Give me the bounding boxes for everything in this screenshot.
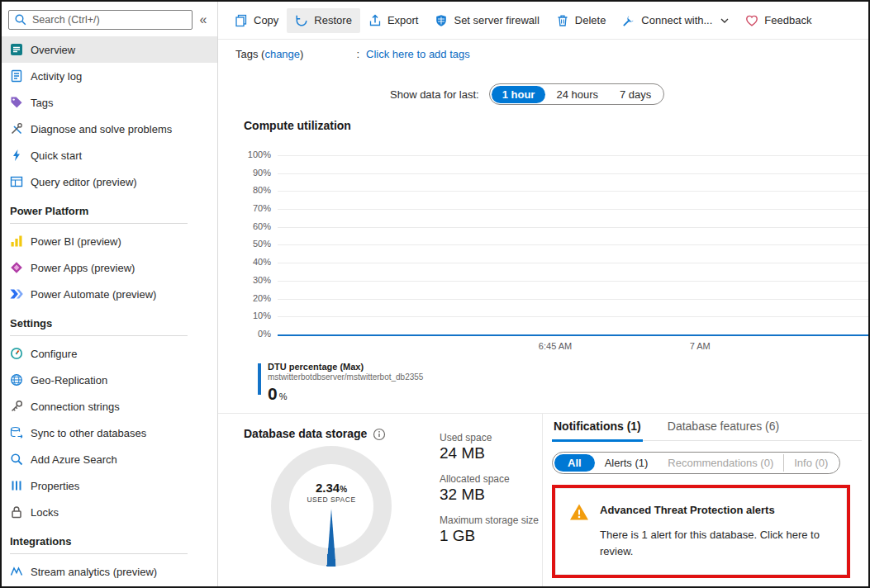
gridline xyxy=(278,244,868,245)
tab-database-features[interactable]: Database features (6) xyxy=(666,417,781,440)
copy-button[interactable]: Copy xyxy=(226,8,287,33)
compute-utilization-chart: 100% 90% 80% 70% 60% 50% 40% 30% 20% 10%… xyxy=(241,155,868,362)
sidebar-item-power-automate[interactable]: Power Automate (preview) xyxy=(2,281,217,307)
sidebar-section-settings: Settings xyxy=(10,317,209,330)
gridline xyxy=(278,155,868,156)
filter-recommendations[interactable]: Recommendations (0) xyxy=(658,454,783,472)
y-tick: 30% xyxy=(241,275,271,285)
time-range-7-days[interactable]: 7 days xyxy=(609,86,662,103)
sidebar-item-stream-analytics[interactable]: Stream analytics (preview) xyxy=(2,558,217,585)
metric-value: 24 MB xyxy=(440,444,539,462)
legend-value: 0 xyxy=(268,384,278,403)
sidebar-item-label: Properties xyxy=(31,480,79,492)
filter-alerts[interactable]: Alerts (1) xyxy=(595,454,658,472)
sidebar-item-label: Sync to other databases xyxy=(31,427,146,439)
restore-label: Restore xyxy=(314,14,352,26)
feedback-button[interactable]: Feedback xyxy=(737,8,820,33)
sidebar-section-integrations: Integrations xyxy=(10,535,209,548)
copy-label: Copy xyxy=(254,14,278,26)
y-tick: 60% xyxy=(241,221,271,231)
time-range-24-hours[interactable]: 24 hours xyxy=(545,86,609,103)
notification-filter-pills: All Alerts (1) Recommendations (0) Info … xyxy=(552,452,840,474)
metric-used-space: Used space 24 MB xyxy=(440,432,539,462)
activity-log-icon xyxy=(10,69,23,83)
sidebar-item-diagnose[interactable]: Diagnose and solve problems xyxy=(2,116,217,142)
sidebar-item-configure[interactable]: Configure xyxy=(2,340,217,367)
y-tick: 90% xyxy=(241,168,271,178)
gridline xyxy=(278,209,868,210)
sidebar-item-properties[interactable]: Properties xyxy=(2,472,217,499)
configure-icon xyxy=(10,347,23,360)
sidebar-item-quick-start[interactable]: Quick start xyxy=(2,142,217,168)
filter-all[interactable]: All xyxy=(554,454,595,472)
add-tags-link[interactable]: Click here to add tags xyxy=(366,48,470,60)
sidebar-item-activity-log[interactable]: Activity log xyxy=(2,63,217,89)
y-tick: 40% xyxy=(241,257,271,267)
y-tick: 70% xyxy=(241,203,271,213)
connect-with-button[interactable]: Connect with... xyxy=(614,8,737,33)
gridline xyxy=(278,227,868,228)
sidebar-item-sync-databases[interactable]: Sync to other databases xyxy=(2,420,217,446)
sidebar: « Overview Activity log Tags Diagnose an… xyxy=(2,2,218,586)
sidebar-item-connection-strings[interactable]: Connection strings xyxy=(2,393,217,420)
sidebar-item-label: Quick start xyxy=(31,149,82,162)
set-server-firewall-button[interactable]: Set server firewall xyxy=(426,8,547,33)
tags-label: Tags ( xyxy=(235,48,264,60)
x-axis: 6:45 AM 7 AM xyxy=(278,341,868,353)
filter-info[interactable]: Info (0) xyxy=(783,454,838,472)
sidebar-item-geo-replication[interactable]: Geo-Replication xyxy=(2,367,217,393)
search-icon xyxy=(14,13,27,26)
lock-icon xyxy=(10,505,23,519)
sidebar-section-power-platform: Power Platform xyxy=(10,205,209,217)
time-range-label: Show data for last: xyxy=(390,88,479,101)
export-button[interactable]: Export xyxy=(360,8,427,33)
heart-icon xyxy=(745,14,758,27)
sidebar-item-label: Geo-Replication xyxy=(31,374,107,386)
delete-label: Delete xyxy=(575,14,606,26)
stream-analytics-icon xyxy=(10,565,23,578)
plug-icon xyxy=(622,14,635,27)
metric-max-storage: Maximum storage size 1 GB xyxy=(440,514,539,545)
search-box[interactable] xyxy=(8,10,193,30)
sidebar-item-label: Power BI (preview) xyxy=(31,235,121,248)
tags-change-link[interactable]: change xyxy=(264,48,300,60)
sidebar-item-label: Power Apps (preview) xyxy=(31,262,135,274)
sidebar-item-tags[interactable]: Tags xyxy=(2,89,217,116)
sidebar-item-power-bi[interactable]: Power BI (preview) xyxy=(2,228,217,254)
power-automate-icon xyxy=(10,287,23,301)
warning-triangle-icon xyxy=(569,503,589,524)
legend-unit: % xyxy=(279,391,288,401)
chart-legend: DTU percentage (Max) mstwitterbotdbserve… xyxy=(258,362,423,404)
sidebar-item-overview[interactable]: Overview xyxy=(2,36,217,63)
connection-strings-icon xyxy=(10,400,23,413)
tab-notifications[interactable]: Notifications (1) xyxy=(552,417,643,442)
gridline xyxy=(278,173,868,174)
collapse-double-chevron-icon[interactable]: « xyxy=(193,12,214,27)
main-content: Copy Restore Export Set server firewall … xyxy=(218,2,868,586)
sidebar-item-label: Overview xyxy=(31,44,75,56)
delete-button[interactable]: Delete xyxy=(548,8,615,33)
sidebar-item-label: Add Azure Search xyxy=(31,453,117,466)
time-range-1-hour[interactable]: 1 hour xyxy=(492,86,546,103)
sidebar-item-label: Activity log xyxy=(31,70,82,83)
metric-label: Used space xyxy=(440,432,539,443)
used-percent-unit: % xyxy=(340,485,347,494)
search-input[interactable] xyxy=(32,14,187,26)
gridline xyxy=(278,316,868,317)
restore-button[interactable]: Restore xyxy=(287,8,360,33)
command-bar: Copy Restore Export Set server firewall … xyxy=(218,2,868,40)
sidebar-item-power-apps[interactable]: Power Apps (preview) xyxy=(2,254,217,281)
sidebar-item-label: Locks xyxy=(31,506,59,519)
dtu-series-line xyxy=(278,334,868,336)
power-bi-icon xyxy=(10,235,23,248)
y-tick: 100% xyxy=(241,149,271,159)
x-tick: 6:45 AM xyxy=(539,341,572,351)
threat-protection-alert-card[interactable]: Advanced Threat Protection alerts There … xyxy=(555,488,847,575)
sidebar-item-add-azure-search[interactable]: Add Azure Search xyxy=(2,446,217,472)
sidebar-item-query-editor[interactable]: Query editor (preview) xyxy=(2,168,217,195)
sidebar-item-locks[interactable]: Locks xyxy=(2,499,217,525)
y-tick: 20% xyxy=(241,293,271,303)
sidebar-item-label: Connection strings xyxy=(31,401,120,413)
compute-utilization-title: Compute utilization xyxy=(244,119,351,132)
gridline xyxy=(278,191,868,192)
